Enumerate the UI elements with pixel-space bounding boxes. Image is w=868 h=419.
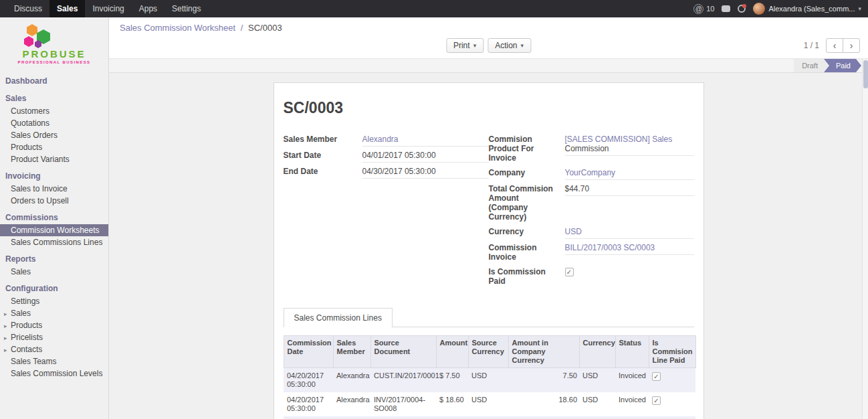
main-content: Sales Commission Worksheet / SC/0003 Pri… [109, 17, 868, 419]
field-label: Total Commision Amount (Company Currency… [489, 183, 565, 223]
cell-commission-date: 04/20/2017 05:30:00 [284, 368, 333, 393]
user-menu[interactable]: Alexandra (Sales_comm... ▾ [753, 3, 861, 15]
commission-product-link[interactable]: [SALES COMMISSION] Sales [565, 135, 673, 144]
sidebar-item-products[interactable]: Products [0, 141, 108, 153]
table-row[interactable]: 04/20/2017 10:35:53 Alexandra SO008 $ 18… [284, 416, 695, 419]
chevron-right-icon: ▸ [4, 333, 7, 343]
field-currency: Currency USD [489, 226, 694, 239]
breadcrumb-parent-link[interactable]: Sales Commission Worksheet [120, 23, 235, 33]
sidebar-section-reports[interactable]: Reports [0, 253, 108, 266]
topbar-menu-sales[interactable]: Sales [49, 0, 85, 17]
user-avatar [753, 3, 765, 15]
line-paid-checkbox: ✓ [652, 372, 661, 381]
sidebar-item-settings[interactable]: Settings [0, 295, 108, 307]
field-commission-invoice: Commission Invoice BILL/2017/0003 SC/000… [489, 242, 694, 263]
field-label: End Date [284, 165, 362, 177]
commission-invoice-link[interactable]: BILL/2017/0003 SC/0003 [565, 243, 655, 252]
field-label: Start Date [284, 149, 362, 161]
sidebar-item-quotations[interactable]: Quotations [0, 117, 108, 129]
cell-sales-member: Alexandra [333, 392, 370, 416]
col-header-is-commision-line-paid[interactable]: Is Commision Line Paid [649, 336, 695, 368]
sidebar-item-orders-to-upsell[interactable]: Orders to Upsell [0, 195, 108, 207]
sales-member-link[interactable]: Alexandra [362, 135, 399, 144]
col-header-amount[interactable]: Amount [436, 336, 468, 368]
cell-source-document: SO008 [370, 416, 436, 419]
col-header-sales-member[interactable]: Sales Member [333, 336, 370, 368]
sidebar-item-config-products[interactable]: ▸Products [0, 319, 108, 331]
print-button-label: Print [453, 41, 470, 50]
control-panel: Sales Commission Worksheet / SC/0003 Pri… [109, 17, 868, 59]
scrollbar-thumb[interactable] [863, 60, 868, 88]
topbar-menu-discuss[interactable]: Discuss [7, 0, 49, 17]
topbar-menu-settings[interactable]: Settings [165, 0, 208, 17]
sidebar-item-sales-orders[interactable]: Sales Orders [0, 129, 108, 141]
field-company: Company YourCompany [489, 167, 694, 180]
col-header-source-document[interactable]: Source Document [370, 336, 436, 368]
form-sheet: SC/0003 Sales Member Alexandra Start Dat… [274, 82, 704, 419]
field-group-left: Sales Member Alexandra Start Date 04/01/… [284, 133, 489, 290]
field-groups: Sales Member Alexandra Start Date 04/01/… [284, 133, 694, 290]
sidebar-menu: Dashboard Sales Customers Quotations Sal… [0, 72, 108, 386]
chevron-right-icon: ▸ [4, 321, 7, 331]
chevron-right-icon: ▸ [4, 345, 7, 355]
tab-sales-commission-lines[interactable]: Sales Commission Lines [284, 308, 393, 327]
cell-line-paid: ✓ [649, 392, 695, 416]
cell-status: Invoiced [615, 416, 649, 419]
sidebar-section-configuration[interactable]: Configuration [0, 282, 108, 295]
pager-previous-button[interactable]: ‹ [826, 38, 843, 53]
status-step-draft[interactable]: Draft [794, 59, 829, 72]
table-row[interactable]: 04/20/2017 05:30:00 Alexandra CUST.IN/20… [284, 368, 695, 393]
cell-company-amount: 7.50 [508, 368, 579, 393]
cell-source-currency: USD [468, 368, 508, 393]
cell-commission-date: 04/20/2017 10:35:53 [284, 416, 333, 419]
messages-button[interactable] [722, 5, 730, 12]
top-menu-bar: Discuss Sales Invoicing Apps Settings [0, 0, 208, 17]
logo-subtitle: PROFESSIONAL BUSINESS [0, 60, 108, 64]
action-button[interactable]: Action ▾ [487, 38, 531, 53]
vertical-scrollbar[interactable] [862, 59, 868, 419]
table-row[interactable]: 04/20/2017 05:30:00 Alexandra INV/2017/0… [284, 392, 695, 416]
sidebar-item-label: Products [11, 321, 42, 330]
notifications-button[interactable] [738, 5, 746, 13]
sidebar-section-invoicing[interactable]: Invoicing [0, 170, 108, 183]
sidebar-item-reports-sales[interactable]: Sales [0, 266, 108, 278]
print-button[interactable]: Print ▾ [446, 38, 483, 53]
cell-commission-date: 04/20/2017 05:30:00 [284, 392, 333, 416]
sidebar-item-customers[interactable]: Customers [0, 105, 108, 117]
company-link[interactable]: YourCompany [565, 168, 616, 177]
activities-button[interactable]: @ 10 [693, 4, 714, 14]
pager-next-button[interactable]: › [843, 38, 860, 53]
field-value: Alexandra [362, 133, 489, 147]
field-value: $44.70 [565, 183, 694, 196]
sidebar-section-sales[interactable]: Sales [0, 92, 108, 105]
sidebar-item-sales-to-invoice[interactable]: Sales to Invoice [0, 183, 108, 195]
field-total-commission: Total Commision Amount (Company Currency… [489, 183, 694, 223]
field-label: Sales Member [284, 133, 362, 145]
sidebar-item-config-sales[interactable]: ▸Sales [0, 307, 108, 319]
sidebar-item-product-variants[interactable]: Product Variants [0, 153, 108, 165]
topbar-menu-invoicing[interactable]: Invoicing [85, 0, 131, 17]
field-value: USD [565, 226, 694, 239]
status-step-paid[interactable]: Paid [824, 59, 861, 72]
col-header-commission-date[interactable]: Commission Date [284, 336, 333, 368]
col-header-currency[interactable]: Currency [579, 336, 615, 368]
topbar-menu-apps[interactable]: Apps [132, 0, 165, 17]
field-label: Commision Product For Invoice [489, 133, 565, 164]
sidebar-item-sales-commission-levels[interactable]: Sales Commission Levels [0, 367, 108, 380]
sidebar-section-dashboard[interactable]: Dashboard [0, 75, 108, 88]
control-panel-buttons: Print ▾ Action ▾ [446, 38, 531, 53]
col-header-source-currency[interactable]: Source Currency [468, 336, 508, 368]
sidebar-item-sales-teams[interactable]: Sales Teams [0, 355, 108, 367]
currency-link[interactable]: USD [565, 227, 582, 236]
sidebar-item-commission-worksheets[interactable]: Commission Worksheets [0, 224, 108, 236]
field-value: ✓ [565, 266, 694, 278]
sidebar-section-commissions[interactable]: Commissions [0, 212, 108, 224]
caret-down-icon: ▾ [521, 42, 524, 49]
cell-currency: USD [579, 368, 615, 393]
sidebar-item-contacts[interactable]: ▸Contacts [0, 343, 108, 355]
field-label: Commission Invoice [489, 242, 565, 263]
sidebar-item-pricelists[interactable]: ▸Pricelists [0, 331, 108, 343]
sidebar-item-sales-commissions-lines[interactable]: Sales Commissions Lines [0, 236, 108, 248]
col-header-amount-company-currency[interactable]: Amount in Company Currency [508, 336, 579, 368]
col-header-status[interactable]: Status [615, 336, 649, 368]
